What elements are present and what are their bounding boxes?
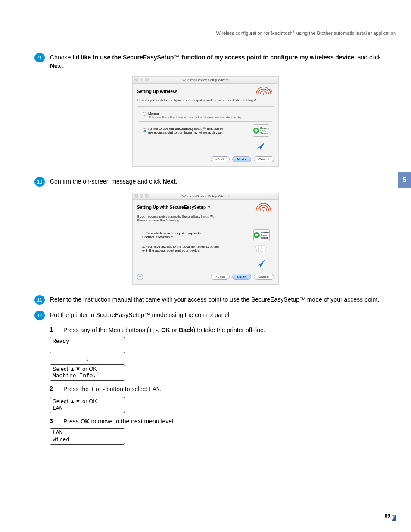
running-header: Wireless configuration for Macintosh® us… — [15, 30, 396, 36]
ses-ring-icon — [254, 232, 260, 238]
wizard-1-header: Setting Up Wireless — [133, 84, 278, 97]
ss1-b1: + — [149, 327, 152, 333]
wizard-2-heading: Setting Up with SecureEasySetup™ — [137, 205, 210, 210]
lcd-sel3b: Wired — [53, 436, 69, 443]
lcd-sel3a: LAN — [53, 429, 62, 436]
lcd-ready: Ready ↓ Select ▲▼ or OK Machine Info. — [50, 337, 125, 381]
step-9-bold: I'd like to use the SecureEasySetup™ fun… — [72, 54, 356, 61]
ss1-pre: Press any of the Menu buttons ( — [63, 327, 149, 333]
wifi-icon — [254, 202, 274, 213]
ses-ring-icon — [253, 128, 259, 134]
documents-icon — [252, 243, 270, 255]
wizard-1-question: How do you wish to configure your comput… — [133, 97, 278, 105]
svg-point-0 — [263, 94, 264, 95]
wizard-2-title: Wireless Device Setup Wizard — [133, 193, 278, 200]
ss1-c3: or — [170, 327, 179, 333]
ss1-b4: Back — [179, 327, 193, 333]
step-9-mid: and click — [356, 54, 381, 61]
wizard-2-intro: If your access point supports SecureEasy… — [133, 214, 278, 225]
next-button[interactable]: Next> — [232, 156, 251, 162]
wizard-2-item-2-text: 2. You have access to the documentation … — [142, 245, 224, 252]
divider — [137, 227, 274, 227]
wizard-2-intro1: If your access point supports SecureEasy… — [137, 215, 214, 218]
header-left: Wireless configuration for Macintosh — [216, 31, 293, 36]
wizard-2-item-2: 2. You have access to the documentation … — [139, 242, 272, 255]
lcd-sel2b: LAN — [53, 405, 62, 411]
step-11: 11 Refer to the instruction manual that … — [15, 295, 396, 305]
lcd-select-lan: Select ▲▼ or OK LAN — [50, 397, 125, 413]
step-12: 12 Put the printer in SecureEasySetup™ m… — [15, 311, 396, 320]
wizard-1-option-ses[interactable]: I'd like to use the SecureEasySetup™ fun… — [139, 124, 272, 137]
arrow-pointer-icon — [133, 141, 278, 154]
wizard-1-buttons: <Back Next> Cancel — [133, 154, 278, 166]
lcd-sel1a: Select ▲▼ or OK — [53, 366, 97, 372]
svg-point-1 — [263, 210, 264, 211]
back-button[interactable]: <Back — [211, 274, 230, 280]
lcd-select-machine-info: Select ▲▼ or OK Machine Info. — [50, 364, 125, 381]
ss1-c2: , — [158, 327, 161, 333]
step-9: 9 Choose I'd like to use the SecureEasyS… — [15, 53, 396, 71]
step-9-post: . — [63, 62, 65, 69]
wizard-2: Wireless Device Setup Wizard Setting Up … — [132, 193, 279, 285]
ss2-pre: Press the — [63, 386, 90, 392]
secure-easy-setup-badge: SecureEasySetup — [253, 229, 270, 241]
substep-2: 2 Press the + or - button to select LAN. — [50, 385, 396, 394]
step-11-text: Refer to the instruction manual that cam… — [50, 295, 396, 304]
traffic-lights-icon — [134, 194, 149, 198]
substep-1-text: Press any of the Menu buttons (+, -, OK … — [63, 326, 265, 335]
substep-2-text: Press the + or - button to select LAN. — [63, 385, 162, 394]
substep-1: 1 Press any of the Menu buttons (+, -, O… — [50, 326, 396, 335]
cancel-button[interactable]: Cancel — [254, 156, 274, 162]
wizard-1-title: Wireless Device Setup Wizard — [133, 77, 278, 84]
page-number: 69 — [385, 513, 390, 519]
traffic-lights-icon — [134, 78, 149, 81]
help-button[interactable]: ? — [137, 274, 143, 280]
lcd-lan: Select ▲▼ or OK LAN — [50, 397, 125, 413]
step-10-text: Confirm the on-screen message and click … — [50, 177, 396, 186]
ss3-post: to move to the next menu level. — [90, 418, 175, 425]
step-9-pre: Choose — [50, 54, 72, 61]
option-manual-sub: This selection will guide you through th… — [149, 116, 268, 119]
divider — [137, 106, 274, 107]
substep-1-num: 1 — [50, 326, 63, 333]
step-bullet-11: 11 — [34, 295, 45, 305]
ss1-post: ) to take the printer off-line. — [193, 327, 265, 333]
step-12-text: Put the printer in SecureEasySetup™ mode… — [50, 311, 396, 319]
ss2-b1: + — [90, 386, 94, 392]
wifi-icon — [254, 86, 274, 96]
step-bullet-12: 12 — [34, 311, 45, 320]
back-button[interactable]: <Back — [211, 156, 230, 162]
step-9-text: Choose I'd like to use the SecureEasySet… — [50, 53, 396, 71]
lcd-sel1b: Machine Info. — [53, 373, 96, 379]
ss2-end: . — [160, 386, 162, 392]
lcd-sel2a: Select ▲▼ or OK — [53, 398, 97, 404]
step-bullet-9: 9 — [34, 53, 45, 62]
lcd-wired: LAN Wired — [50, 428, 125, 444]
step-10-pre: Confirm the on-screen message and click — [50, 178, 162, 185]
header-right: using the Brother automatic installer ap… — [295, 31, 396, 36]
wizard-1-option-manual[interactable]: Manual This selection will guide you thr… — [139, 109, 272, 121]
lcd-lan-wired: LAN Wired — [50, 428, 125, 444]
wizard-2-intro2: Please ensure the following: — [137, 218, 180, 222]
substep-3-num: 3 — [50, 417, 63, 424]
wizard-2-header: Setting Up with SecureEasySetup™ — [133, 200, 278, 214]
wizard-2-item-1-text: 1. Your wireless access point supports S… — [142, 231, 224, 239]
ss1-b3: OK — [161, 327, 170, 333]
wizard-1-heading: Setting Up Wireless — [137, 89, 177, 94]
ss3-pre: Press — [63, 418, 81, 425]
wizard-2-titlebar: Wireless Device Setup Wizard — [133, 193, 278, 200]
radio-ses[interactable] — [143, 128, 146, 132]
cancel-button[interactable]: Cancel — [254, 274, 274, 280]
substep-3: 3 Press OK to move to the next menu leve… — [50, 417, 396, 426]
option-ses-label: I'd like to use the SecureEasySetup™ fun… — [148, 127, 226, 134]
ss2-code: LAN — [149, 386, 160, 393]
ses-l3: Setup — [260, 132, 269, 134]
wizard-1: Wireless Device Setup Wizard Setting Up … — [132, 76, 279, 166]
step-10-post: . — [176, 178, 177, 185]
chapter-tab: 5 — [398, 172, 411, 188]
next-button[interactable]: Next> — [232, 274, 251, 280]
step-9-bold2: Next — [50, 62, 63, 69]
radio-manual[interactable] — [143, 112, 146, 116]
ss3-b1: OK — [81, 418, 90, 425]
down-arrow-icon: ↓ — [50, 353, 125, 364]
